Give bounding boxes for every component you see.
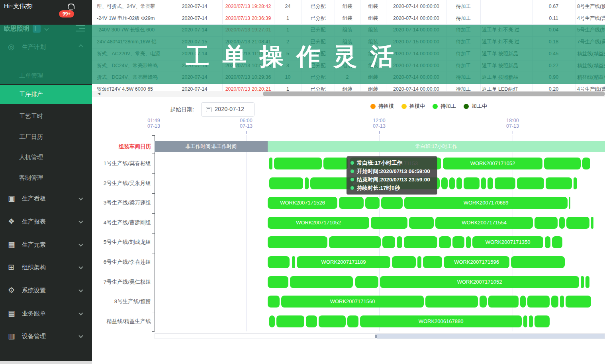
work-order-bar[interactable] [409,217,434,229]
work-order-bar[interactable]: WORK2007171560 [281,296,424,308]
work-order-bar[interactable] [488,296,519,308]
work-order-bar[interactable] [397,236,402,248]
work-order-bar[interactable] [591,217,593,229]
work-order-bar[interactable] [269,315,275,327]
work-order-bar[interactable]: WORK2007171526 [268,197,337,209]
gantt-scrollbar-grip[interactable] [375,335,377,338]
work-order-bar[interactable] [582,158,590,169]
sidebar-subitem-6[interactable]: 客制管理 [0,172,92,184]
work-order-bar[interactable] [585,276,589,288]
work-order-bar[interactable] [569,197,570,209]
work-order-bar[interactable] [306,315,317,327]
work-order-bar[interactable] [355,276,378,288]
work-order-bar[interactable] [323,158,348,169]
work-order-bar[interactable] [566,296,591,308]
table-h-scrollbar[interactable] [92,91,605,97]
work-order-bar[interactable] [269,177,303,189]
work-order-bar[interactable] [552,236,562,248]
calendar-bar-nonworking[interactable]: 非工作时间:非工作时间 [155,141,268,152]
work-order-bar[interactable] [292,256,295,268]
work-order-bar[interactable] [441,177,448,189]
sidebar-item-equipment[interactable]: ▥设备管理 [0,330,92,342]
work-order-bar[interactable] [268,236,327,248]
calendar-bar-dayshift[interactable]: 常白班:17小时工作 [268,141,605,152]
work-order-bar[interactable]: WORK2007171350 [472,236,543,248]
work-order-bar[interactable] [392,256,416,268]
work-order-bar[interactable] [481,177,486,189]
notification-bell-icon[interactable] [68,4,74,9]
work-order-bar[interactable] [274,158,322,169]
work-order-bar[interactable] [529,315,533,327]
work-order-bar[interactable] [495,177,515,189]
work-order-bar[interactable] [382,236,395,248]
sidebar-subitem-5[interactable]: 人机管理 [0,152,92,164]
work-order-bar[interactable] [520,296,526,308]
work-order-bar[interactable] [347,315,358,327]
work-order-bar[interactable] [488,177,493,189]
work-order-bar[interactable] [439,236,451,248]
work-order-bar[interactable] [339,197,364,209]
work-order-bar[interactable] [566,217,589,229]
table-scrollbar-thumb[interactable] [263,91,605,96]
work-order-bar[interactable]: WORK2007171052 [443,158,542,169]
sidebar-item-production-element[interactable]: ▦生产元素 [0,239,92,251]
work-order-bar[interactable] [546,177,572,189]
sidebar-item-system-settings[interactable]: ⚙系统设置 [0,284,92,296]
work-order-bar[interactable] [425,296,478,308]
work-order-bar[interactable] [559,217,565,229]
work-order-bar[interactable]: WORK2007171189 [297,256,390,268]
scroll-left-arrow-icon[interactable]: ◀ [98,91,100,95]
work-order-bar[interactable] [464,177,480,189]
work-order-bar[interactable] [423,256,442,268]
work-order-bar[interactable] [305,177,309,189]
work-order-bar[interactable] [560,296,564,308]
work-order-bar[interactable] [381,197,403,209]
sidebar-subitem-3[interactable]: 工艺工时 [0,111,92,123]
work-order-bar[interactable] [404,236,437,248]
sidebar-item-org-structure[interactable]: ⊞组织架构 [0,261,92,273]
work-order-bar[interactable] [268,256,290,268]
work-order-bar[interactable] [544,158,581,169]
work-order-bar[interactable] [517,177,544,189]
table-row[interactable]: -24V 1W 电压-02版 Φ29m2020-07-142020/07/13 … [92,13,605,25]
work-order-bar[interactable]: WORK2007171052 [380,276,579,288]
notification-badge[interactable]: 99+ [59,10,74,18]
work-order-bar[interactable] [329,236,381,248]
work-order-bar[interactable] [574,177,577,189]
work-order-bar[interactable] [551,296,558,308]
work-order-bar[interactable]: WORK2007171052 [268,217,369,229]
work-order-bar[interactable] [511,256,565,268]
sidebar-item-production-report[interactable]: ❖生产报表 [0,216,92,228]
work-order-bar[interactable]: WORK2007171554 [435,217,533,229]
work-order-bar[interactable]: WORK2007170689 [404,197,568,209]
work-order-bar[interactable]: WORK2006167880 [360,315,522,327]
start-date-input[interactable]: 2020-07-12 [201,102,255,117]
table-row[interactable]: 理、可折式、24V、常亮带2020-07-142020/07/13 19:28:… [92,1,605,13]
sidebar-subitem-4[interactable]: 工厂日历 [0,131,92,143]
work-order-bar[interactable] [466,236,471,248]
work-order-bar[interactable] [269,158,272,169]
sidebar-item-production-board[interactable]: ▣生产看板 [0,193,92,204]
work-order-bar[interactable] [268,276,288,288]
work-order-bar[interactable] [581,276,584,288]
work-order-bar[interactable] [365,197,380,209]
work-order-bar[interactable] [527,296,550,308]
sidebar-subitem-2[interactable]: 工序排产 [0,85,92,104]
work-order-bar[interactable] [276,315,304,327]
work-order-bar[interactable] [535,217,558,229]
work-order-bar[interactable] [319,315,346,327]
work-order-bar[interactable] [452,236,464,248]
work-order-bar[interactable] [545,236,550,248]
gantt-scrollbar-thumb[interactable] [377,334,605,339]
work-order-bar[interactable] [449,177,455,189]
work-order-bar[interactable] [523,315,527,327]
work-order-bar[interactable] [456,177,462,189]
gantt-h-scrollbar[interactable] [155,333,605,339]
work-order-bar[interactable] [290,276,353,288]
work-order-bar[interactable] [268,296,280,308]
sidebar-item-business-follow[interactable]: ▤业务跟单 [0,308,92,319]
work-order-bar[interactable] [535,315,550,327]
work-order-bar[interactable]: WORK2007171596 [444,256,509,268]
work-order-bar[interactable] [480,296,487,308]
work-order-bar[interactable] [417,256,421,268]
